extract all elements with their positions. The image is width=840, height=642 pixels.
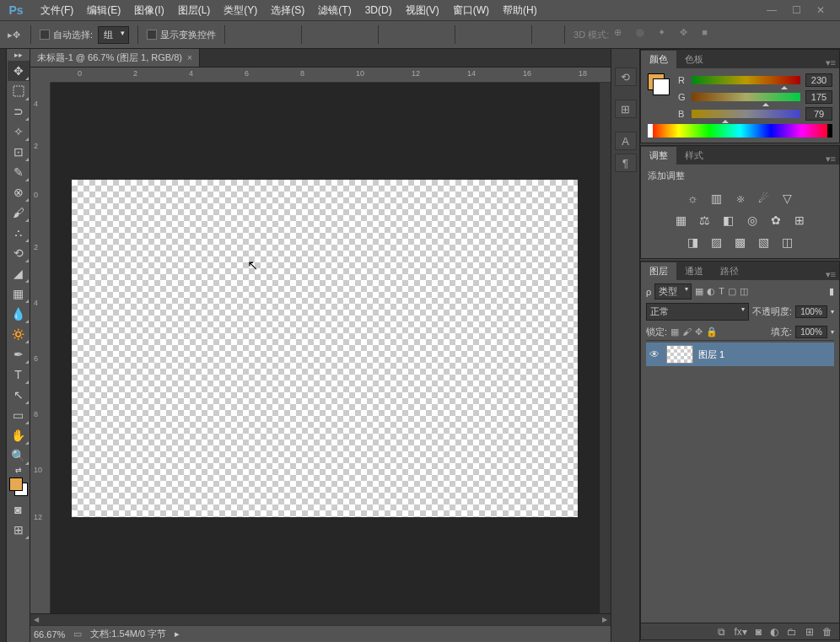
- exposure-icon[interactable]: ☄: [757, 191, 772, 206]
- menu-image[interactable]: 图像(I): [127, 0, 170, 20]
- background-swatch[interactable]: [653, 78, 670, 95]
- layer-list[interactable]: 👁 图层 1: [646, 343, 834, 619]
- curves-icon[interactable]: ⨳: [733, 191, 748, 206]
- styles-tab[interactable]: 样式: [676, 147, 712, 165]
- levels-icon[interactable]: ▥: [709, 191, 724, 206]
- menu-view[interactable]: 视图(V): [399, 0, 446, 20]
- collapse-icon[interactable]: ▸▸: [8, 49, 30, 61]
- channel-mixer-icon[interactable]: ✿: [768, 213, 783, 228]
- scroll-right-icon[interactable]: ▶: [599, 614, 611, 626]
- filter-shape-icon[interactable]: ▢: [728, 286, 736, 297]
- minimize-icon[interactable]: —: [767, 4, 777, 16]
- visibility-toggle-icon[interactable]: 👁: [649, 348, 661, 360]
- 3d-mode-icons[interactable]: ⊕◎✦✥■: [614, 27, 717, 42]
- lock-all-icon[interactable]: 🔒: [706, 326, 718, 337]
- tab-close-icon[interactable]: ×: [187, 53, 192, 62]
- tool-dock-edge[interactable]: [0, 49, 7, 642]
- filter-adjust-icon[interactable]: ◐: [707, 286, 715, 297]
- maximize-icon[interactable]: ☐: [792, 4, 801, 16]
- lock-transparent-icon[interactable]: ▦: [670, 326, 679, 337]
- color-tab[interactable]: 颜色: [641, 51, 676, 68]
- bw-icon[interactable]: ◧: [721, 213, 736, 228]
- eyedropper-tool[interactable]: ✎: [8, 162, 30, 182]
- layer-row[interactable]: 👁 图层 1: [646, 343, 834, 366]
- type-tool[interactable]: T: [8, 364, 30, 385]
- delete-layer-icon[interactable]: 🗑: [822, 626, 832, 638]
- doc-size-icon[interactable]: ▭: [73, 629, 82, 639]
- history-panel-icon[interactable]: ⟲: [615, 67, 637, 86]
- menu-file[interactable]: 文件(F): [34, 0, 80, 20]
- status-flyout-icon[interactable]: ▸: [175, 629, 180, 639]
- path-select-tool[interactable]: ↖: [8, 385, 30, 405]
- adjustment-layer-icon[interactable]: ◐: [770, 626, 778, 638]
- color-spectrum[interactable]: [648, 124, 832, 138]
- swatches-tab[interactable]: 色板: [676, 51, 712, 68]
- group-icon[interactable]: 🗀: [787, 626, 797, 638]
- shape-tool[interactable]: ▭: [8, 405, 30, 425]
- zoom-level[interactable]: 66.67%: [34, 629, 65, 639]
- color-swatches[interactable]: [9, 477, 28, 496]
- doc-info[interactable]: 文档:1.54M/0 字节: [90, 628, 166, 640]
- properties-panel-icon[interactable]: ⊞: [615, 100, 637, 118]
- menu-window[interactable]: 窗口(W): [446, 0, 496, 20]
- menu-layer[interactable]: 图层(L): [171, 0, 218, 20]
- new-layer-icon[interactable]: ⊞: [805, 626, 814, 638]
- blend-mode-select[interactable]: 正常: [646, 303, 749, 321]
- move-tool[interactable]: ✥: [8, 61, 30, 81]
- show-transform-check[interactable]: 显示变换控件: [147, 29, 216, 41]
- menu-filter[interactable]: 滤镜(T): [311, 0, 358, 20]
- magic-wand-tool[interactable]: ✧: [8, 121, 30, 142]
- hand-tool[interactable]: ✋: [8, 425, 30, 445]
- paragraph-panel-icon[interactable]: ¶: [615, 154, 637, 172]
- fill-dropdown-icon[interactable]: ▾: [831, 328, 834, 336]
- g-slider[interactable]: [692, 93, 800, 101]
- character-panel-icon[interactable]: A: [615, 132, 637, 150]
- b-slider[interactable]: [692, 110, 800, 118]
- g-value[interactable]: 175: [805, 90, 832, 104]
- ruler-vertical[interactable]: 4 2 0 2 4 6 8 10 12: [30, 83, 51, 613]
- canvas-viewport[interactable]: ↖: [51, 83, 599, 613]
- panel-menu-icon[interactable]: ▾≡: [822, 154, 839, 165]
- channels-tab[interactable]: 通道: [676, 262, 712, 280]
- filter-type-icon[interactable]: T: [719, 286, 724, 297]
- menu-3d[interactable]: 3D(D): [358, 0, 399, 20]
- gradient-tool[interactable]: ▦: [8, 283, 30, 304]
- link-layers-icon[interactable]: ⧉: [718, 626, 725, 638]
- menu-select[interactable]: 选择(S): [264, 0, 311, 20]
- adjustments-tab[interactable]: 调整: [641, 147, 676, 165]
- layer-fx-icon[interactable]: fx▾: [734, 626, 746, 638]
- auto-select-check[interactable]: 自动选择:: [40, 29, 93, 41]
- blur-tool[interactable]: 💧: [8, 304, 30, 324]
- posterize-icon[interactable]: ▨: [709, 235, 724, 250]
- clone-stamp-tool[interactable]: ⛬: [8, 223, 30, 243]
- checkbox-icon[interactable]: [40, 30, 50, 40]
- vibrance-icon[interactable]: ▽: [780, 191, 795, 206]
- scroll-left-icon[interactable]: ◀: [30, 614, 42, 626]
- r-value[interactable]: 230: [805, 73, 832, 87]
- layer-thumbnail[interactable]: [666, 345, 693, 364]
- brush-tool[interactable]: 🖌: [8, 202, 30, 223]
- auto-select-target[interactable]: 组: [98, 26, 129, 44]
- opacity-dropdown-icon[interactable]: ▾: [831, 308, 834, 316]
- menu-edit[interactable]: 编辑(E): [80, 0, 127, 20]
- filter-toggle-icon[interactable]: ▮: [829, 286, 834, 297]
- lasso-tool[interactable]: ⊃: [8, 101, 30, 121]
- eraser-tool[interactable]: ◢: [8, 263, 30, 283]
- scrollbar-horizontal[interactable]: ◀ ▶: [30, 613, 611, 625]
- invert-icon[interactable]: ◨: [686, 235, 701, 250]
- paths-tab[interactable]: 路径: [712, 262, 747, 280]
- filter-pixel-icon[interactable]: ▦: [695, 286, 703, 297]
- healing-brush-tool[interactable]: ⊗: [8, 182, 30, 202]
- lookup-icon[interactable]: ⊞: [792, 213, 807, 228]
- lock-position-icon[interactable]: ✥: [695, 326, 703, 337]
- history-brush-tool[interactable]: ⟲: [8, 243, 30, 263]
- threshold-icon[interactable]: ▩: [733, 235, 748, 250]
- ruler-origin[interactable]: [30, 67, 51, 83]
- color-swap-icon[interactable]: ⇄: [8, 466, 30, 474]
- filter-type-select[interactable]: 类型: [654, 283, 692, 299]
- screenmode-tool[interactable]: ⊞: [8, 520, 30, 540]
- marquee-tool[interactable]: [8, 81, 30, 101]
- panel-menu-icon[interactable]: ▾≡: [822, 269, 839, 280]
- layer-mask-icon[interactable]: ◙: [756, 626, 762, 638]
- selective-color-icon[interactable]: ◫: [780, 235, 795, 250]
